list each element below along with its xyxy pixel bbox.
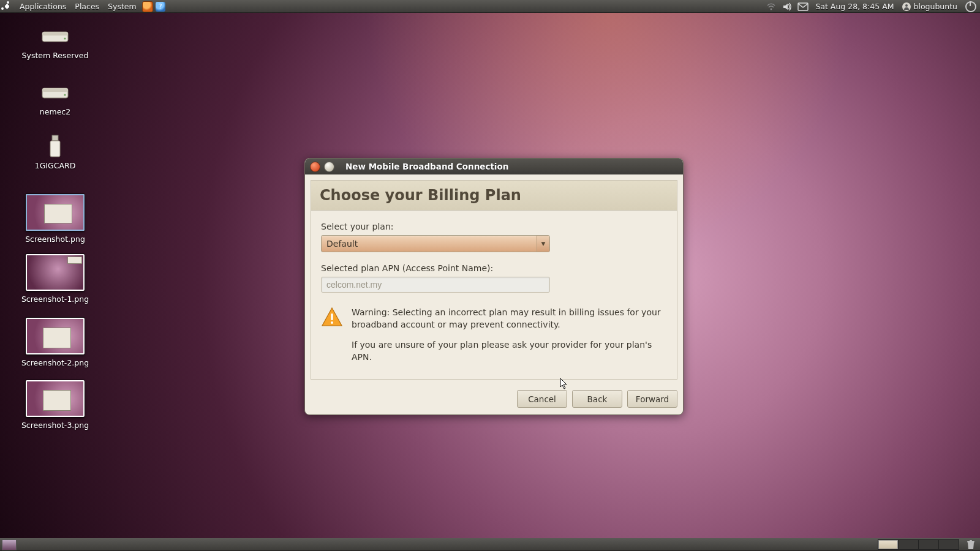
clock[interactable]: Sat Aug 28, 8:45 AM — [811, 0, 898, 13]
menu-places[interactable]: Places — [70, 0, 104, 13]
desktop-icon-label: Screenshot-3.png — [6, 421, 104, 430]
forward-button[interactable]: Forward — [627, 390, 677, 408]
back-button[interactable]: Back — [572, 390, 622, 408]
svg-point-5 — [64, 37, 66, 39]
workspace-switcher[interactable] — [878, 539, 959, 550]
mobile-broadband-dialog: New Mobile Broadband Connection Choose y… — [304, 158, 684, 415]
bottom-panel — [0, 538, 980, 551]
svg-rect-13 — [967, 541, 974, 542]
username-label: blogubuntu — [913, 2, 957, 11]
power-icon[interactable] — [965, 1, 976, 12]
window-close-icon[interactable] — [310, 162, 320, 172]
ubuntu-logo-icon[interactable] — [2, 2, 12, 11]
desktop-icon-label: Screenshot-2.png — [6, 358, 104, 367]
show-desktop-button[interactable] — [2, 539, 17, 550]
warning-line-2: If you are unsure of your plan please as… — [352, 339, 667, 364]
desktop[interactable]: System Reservednemec21GIGCARDScreenshot.… — [0, 13, 980, 538]
svg-point-12 — [331, 321, 333, 324]
desktop-icon-system-reserved[interactable]: System Reserved — [6, 25, 104, 60]
svg-rect-11 — [331, 313, 333, 320]
menu-system[interactable]: System — [104, 0, 141, 13]
select-plan-label: Select your plan: — [321, 222, 667, 231]
user-menu[interactable]: blogubuntu — [898, 0, 962, 13]
warning-icon — [321, 306, 343, 363]
plan-combobox-value: Default — [322, 239, 537, 249]
desktop-icon-1gigcard[interactable]: 1GIGCARD — [6, 135, 104, 170]
desktop-icon-label: System Reserved — [6, 51, 104, 60]
svg-point-8 — [64, 94, 66, 96]
volume-icon[interactable] — [782, 2, 793, 12]
svg-rect-1 — [798, 3, 808, 10]
top-panel: Applications Places System ? Sat Aug 28,… — [0, 0, 980, 13]
workspace-3[interactable] — [918, 540, 938, 549]
desktop-icon-screenshot-png[interactable]: Screenshot.png — [6, 194, 104, 244]
svg-rect-7 — [42, 88, 68, 92]
workspace-4[interactable] — [938, 540, 959, 549]
svg-point-2 — [905, 4, 908, 7]
apn-input[interactable] — [321, 277, 550, 293]
svg-rect-9 — [52, 135, 58, 141]
workspace-1[interactable] — [878, 540, 898, 549]
desktop-icon-label: 1GIGCARD — [6, 161, 104, 170]
svg-rect-14 — [970, 540, 972, 541]
desktop-icon-label: Screenshot-1.png — [6, 294, 104, 304]
desktop-icon-screenshot-1-png[interactable]: Screenshot-1.png — [6, 254, 104, 304]
svg-rect-4 — [42, 32, 68, 36]
desktop-icon-screenshot-2-png[interactable]: Screenshot-2.png — [6, 318, 104, 367]
dialog-titlebar[interactable]: New Mobile Broadband Connection — [305, 159, 683, 174]
svg-rect-10 — [50, 141, 60, 157]
apn-label: Selected plan APN (Access Point Name): — [321, 263, 667, 273]
dialog-heading: Choose your Billing Plan — [311, 181, 677, 211]
dialog-title: New Mobile Broadband Connection — [345, 162, 508, 171]
user-icon — [902, 2, 911, 11]
help-launcher-icon[interactable]: ? — [156, 2, 165, 12]
desktop-icon-nemec2[interactable]: nemec2 — [6, 81, 104, 116]
desktop-icon-label: nemec2 — [6, 107, 104, 116]
firefox-launcher-icon[interactable] — [142, 1, 153, 12]
warning-line-1: Warning: Selecting an incorrect plan may… — [352, 306, 667, 331]
mail-indicator-icon[interactable] — [797, 2, 809, 12]
network-wifi-icon[interactable] — [766, 2, 777, 12]
plan-combobox[interactable]: Default ▼ — [321, 235, 550, 252]
menu-applications[interactable]: Applications — [15, 0, 70, 13]
desktop-icon-screenshot-3-png[interactable]: Screenshot-3.png — [6, 380, 104, 430]
desktop-icon-label: Screenshot.png — [6, 234, 104, 244]
workspace-2[interactable] — [898, 540, 918, 549]
svg-point-0 — [771, 8, 772, 10]
chevron-down-icon: ▼ — [537, 236, 549, 252]
cancel-button[interactable]: Cancel — [517, 390, 567, 408]
trash-icon[interactable] — [965, 539, 976, 550]
window-minimize-icon[interactable] — [324, 162, 334, 172]
